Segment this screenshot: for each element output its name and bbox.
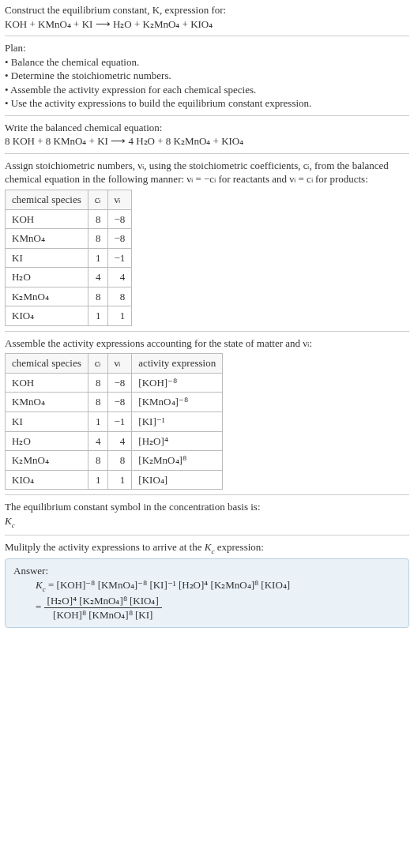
cell: 8: [88, 393, 107, 412]
table-row: K₂MnO₄88[K₂MnO₄]⁸: [6, 451, 223, 471]
activity-table: chemical species cᵢ νᵢ activity expressi…: [5, 353, 223, 490]
intro-line1: Construct the equilibrium constant, K, e…: [5, 3, 409, 17]
activity-section: Assemble the activity expressions accoun…: [5, 331, 409, 490]
cell: KMnO₄: [6, 229, 88, 249]
symbol-heading: The equilibrium constant symbol in the c…: [5, 500, 409, 514]
cell: [KIO₄]: [132, 470, 223, 490]
table-row: KOH8−8: [6, 209, 132, 229]
cell: 8: [88, 209, 107, 229]
intro-equation: KOH + KMnO₄ + KI ⟶ H₂O + K₂MnO₄ + KIO₄: [5, 17, 409, 32]
cell: 4: [88, 431, 107, 451]
cell: 1: [107, 306, 132, 326]
intro-section: Construct the equilibrium constant, K, e…: [5, 3, 409, 31]
cell: 1: [88, 306, 107, 326]
cell: 8: [88, 287, 107, 306]
table-row: KIO₄11: [6, 306, 132, 326]
cell: −8: [107, 209, 132, 229]
col-ci: cᵢ: [88, 354, 107, 374]
symbol-value: Kc: [5, 514, 409, 530]
cell: 8: [88, 373, 107, 393]
cell: KI: [6, 412, 88, 432]
answer-line2: = [H₂O]⁴ [K₂MnO₄]⁸ [KIO₄] [KOH]⁸ [KMnO₄]…: [36, 594, 401, 622]
symbol-section: The equilibrium constant symbol in the c…: [5, 494, 409, 529]
cell: KIO₄: [6, 470, 88, 490]
plan-item-text: Assemble the activity expression for eac…: [10, 84, 256, 96]
table-header-row: chemical species cᵢ νᵢ activity expressi…: [6, 354, 223, 374]
plan-section: Plan: • Balance the chemical equation. •…: [5, 36, 409, 111]
answer-numerator: [H₂O]⁴ [K₂MnO₄]⁸ [KIO₄]: [44, 594, 162, 609]
plan-item-1: • Determine the stoichiometric numbers.: [5, 69, 409, 83]
col-ci: cᵢ: [88, 190, 107, 210]
table-row: KI1−1: [6, 248, 132, 268]
cell: [KI]⁻¹: [132, 412, 223, 432]
cell: 8: [88, 451, 107, 471]
cell: KMnO₄: [6, 393, 88, 412]
cell: 1: [88, 412, 107, 432]
table-row: H₂O44[H₂O]⁴: [6, 431, 223, 451]
cell: [K₂MnO₄]⁸: [132, 451, 223, 471]
col-nui: νᵢ: [107, 354, 132, 374]
table-row: KMnO₄8−8: [6, 229, 132, 249]
cell: −8: [107, 229, 132, 249]
balanced-section: Write the balanced chemical equation: 8 …: [5, 115, 409, 148]
plan-item-3: • Use the activity expressions to build …: [5, 96, 409, 111]
cell: 1: [88, 248, 107, 268]
plan-item-text: Balance the chemical equation.: [11, 56, 139, 68]
table-row: KMnO₄8−8[KMnO₄]⁻⁸: [6, 393, 223, 412]
cell: [KMnO₄]⁻⁸: [132, 393, 223, 412]
plan-item-text: Determine the stoichiometric numbers.: [11, 70, 171, 81]
cell: 1: [107, 470, 132, 490]
table-header-row: chemical species cᵢ νᵢ: [6, 190, 132, 210]
col-species: chemical species: [6, 354, 88, 374]
cell: −1: [107, 248, 132, 268]
answer-line1: Kc = K_c = [KOH]⁻⁸ [KMnO₄]⁻⁸ [KI]⁻¹ [H₂O…: [36, 578, 401, 594]
cell: [H₂O]⁴: [132, 431, 223, 451]
multiply-heading: Mulitply the activity expressions to arr…: [5, 540, 409, 556]
cell: H₂O: [6, 268, 88, 287]
plan-item-text: Use the activity expressions to build th…: [11, 97, 312, 109]
stoich-table: chemical species cᵢ νᵢ KOH8−8 KMnO₄8−8 K…: [5, 190, 132, 326]
col-activity: activity expression: [132, 354, 223, 374]
table-row: K₂MnO₄88: [6, 287, 132, 306]
cell: 8: [88, 229, 107, 249]
balanced-heading: Write the balanced chemical equation:: [5, 121, 409, 135]
answer-eq: =: [36, 601, 41, 613]
answer-label: Answer:: [13, 564, 401, 578]
multiply-section: Mulitply the activity expressions to arr…: [5, 535, 409, 556]
cell: −8: [107, 393, 132, 412]
plan-item-2: • Assemble the activity expression for e…: [5, 83, 409, 97]
cell: K₂MnO₄: [6, 287, 88, 306]
cell: KOH: [6, 209, 88, 229]
cell: 4: [107, 268, 132, 287]
cell: −1: [107, 412, 132, 432]
cell: 4: [107, 431, 132, 451]
plan-heading: Plan:: [5, 41, 409, 55]
col-nui: νᵢ: [107, 190, 132, 210]
plan-item-0: • Balance the chemical equation.: [5, 55, 409, 70]
cell: KI: [6, 248, 88, 268]
table-row: KI1−1[KI]⁻¹: [6, 412, 223, 432]
table-row: KOH8−8[KOH]⁻⁸: [6, 373, 223, 393]
table-row: KIO₄11[KIO₄]: [6, 470, 223, 490]
cell: 8: [107, 287, 132, 306]
table-row: H₂O44: [6, 268, 132, 287]
balanced-equation: 8 KOH + 8 KMnO₄ + KI ⟶ 4 H₂O + 8 K₂MnO₄ …: [5, 134, 409, 148]
cell: −8: [107, 373, 132, 393]
cell: KIO₄: [6, 306, 88, 326]
cell: 4: [88, 268, 107, 287]
cell: K₂MnO₄: [6, 451, 88, 471]
cell: 1: [88, 470, 107, 490]
answer-fraction: [H₂O]⁴ [K₂MnO₄]⁸ [KIO₄] [KOH]⁸ [KMnO₄]⁸ …: [44, 594, 162, 622]
col-species: chemical species: [6, 190, 88, 210]
answer-denominator: [KOH]⁸ [KMnO₄]⁸ [KI]: [44, 608, 162, 622]
cell: 8: [107, 451, 132, 471]
cell: KOH: [6, 373, 88, 393]
cell: H₂O: [6, 431, 88, 451]
stoich-section: Assign stoichiometric numbers, νᵢ, using…: [5, 153, 409, 326]
stoich-heading: Assign stoichiometric numbers, νᵢ, using…: [5, 159, 409, 186]
cell: [KOH]⁻⁸: [132, 373, 223, 393]
answer-box: Answer: Kc = K_c = [KOH]⁻⁸ [KMnO₄]⁻⁸ [KI…: [5, 558, 409, 628]
activity-heading: Assemble the activity expressions accoun…: [5, 336, 409, 351]
